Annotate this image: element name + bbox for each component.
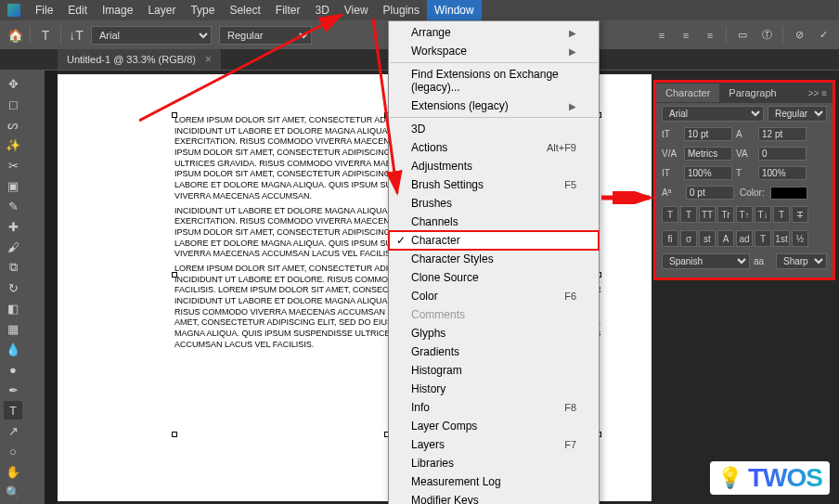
menu-item-character[interactable]: ✓Character — [389, 231, 599, 250]
menu-item-modifier-keys[interactable]: Modifier Keys — [389, 491, 599, 504]
commit-icon[interactable]: ✓ — [815, 27, 832, 44]
move-tool-icon[interactable]: ✥ — [4, 74, 22, 93]
antialias-select[interactable]: Sharp — [776, 253, 827, 269]
kerning-input[interactable] — [684, 147, 732, 161]
menu-item-history[interactable]: History — [389, 380, 599, 398]
watermark-text: TWOS — [748, 463, 822, 493]
style-button-3[interactable]: Tr — [717, 206, 734, 223]
cancel-icon[interactable]: ⊘ — [791, 27, 807, 44]
crop-tool-icon[interactable]: ✂ — [4, 156, 22, 174]
menu-item-adjustments[interactable]: Adjustments — [389, 157, 599, 175]
opentype-button-6[interactable]: 1st — [773, 230, 790, 247]
window-menu-dropdown: Arrange▶Workspace▶Find Extensions on Exc… — [388, 20, 600, 504]
transform-handle[interactable] — [172, 432, 177, 437]
language-select[interactable]: Spanish — [662, 253, 750, 269]
text-color-swatch[interactable] — [770, 187, 807, 200]
opentype-button-3[interactable]: A — [717, 230, 734, 247]
warp-text-icon[interactable]: Ⓣ — [758, 27, 775, 44]
font-family-select[interactable]: Arial — [662, 106, 764, 122]
menu-item-arrange[interactable]: Arrange▶ — [389, 23, 599, 42]
gradient-tool-icon[interactable]: ▦ — [4, 319, 22, 338]
zoom-tool-icon[interactable]: 🔍 — [4, 483, 22, 501]
path-tool-icon[interactable]: ↗ — [4, 421, 22, 440]
menu-item-libraries[interactable]: Libraries — [389, 454, 599, 472]
align-right-icon[interactable]: ≡ — [702, 27, 718, 44]
hscale-input[interactable] — [758, 166, 807, 180]
character-panel: Character Paragraph >> ≡ Arial Regular t… — [653, 80, 835, 280]
eraser-tool-icon[interactable]: ◧ — [4, 299, 22, 317]
brush-tool-icon[interactable]: 🖌 — [4, 238, 22, 256]
dodge-tool-icon[interactable]: ● — [4, 360, 22, 379]
menu-item-actions[interactable]: ActionsAlt+F9 — [389, 138, 599, 157]
vscale-input[interactable] — [684, 166, 732, 180]
menu-item-color[interactable]: ColorF6 — [389, 287, 599, 305]
style-button-4[interactable]: T↑ — [736, 206, 753, 223]
menu-item-find-extensions-on-exchange-legacy-[interactable]: Find Extensions on Exchange (legacy)... — [389, 65, 599, 97]
opentype-button-7[interactable]: ½ — [792, 230, 808, 247]
opentype-button-5[interactable]: T — [755, 230, 771, 247]
leading-input[interactable] — [758, 127, 807, 141]
tab-paragraph[interactable]: Paragraph — [719, 84, 785, 102]
menu-edit[interactable]: Edit — [60, 0, 95, 20]
menu-item-clone-source[interactable]: Clone Source — [389, 268, 599, 287]
font-size-input[interactable] — [684, 127, 732, 141]
style-button-1[interactable]: T — [680, 206, 697, 223]
text-panel-icon[interactable]: ▭ — [734, 27, 751, 44]
svg-line-1 — [373, 19, 397, 193]
tab-character[interactable]: Character — [656, 84, 719, 102]
style-button-7[interactable]: T̶ — [792, 206, 808, 223]
menu-item-extensions-legacy-[interactable]: Extensions (legacy)▶ — [389, 97, 599, 115]
opentype-button-0[interactable]: fi — [662, 230, 678, 247]
font-style-select[interactable]: Regular — [768, 106, 827, 122]
annotation-arrow — [369, 19, 407, 204]
type-tool-icon[interactable]: T — [4, 401, 22, 420]
text-tool-icon[interactable]: T — [38, 28, 53, 43]
menu-image[interactable]: Image — [95, 0, 140, 20]
menu-item-layers[interactable]: LayersF7 — [389, 435, 599, 454]
eyedropper-tool-icon[interactable]: ✎ — [4, 197, 22, 215]
align-left-icon[interactable]: ≡ — [653, 27, 670, 44]
style-button-5[interactable]: T↓ — [755, 206, 771, 223]
tools-panel: ✥ ◻ ᔕ ✨ ✂ ▣ ✎ ✚ 🖌 ⧉ ↻ ◧ ▦ 💧 ● ✒ T ↗ ○ ✋ … — [0, 71, 45, 504]
shape-tool-icon[interactable]: ○ — [4, 442, 22, 460]
menu-item-3d[interactable]: 3D — [389, 120, 599, 138]
baseline-input[interactable] — [686, 186, 734, 200]
style-button-6[interactable]: T — [773, 206, 790, 223]
wand-tool-icon[interactable]: ✨ — [4, 136, 22, 154]
lasso-tool-icon[interactable]: ᔕ — [4, 115, 22, 134]
panel-expand-icon[interactable]: >> ≡ — [803, 88, 833, 98]
menu-item-character-styles[interactable]: Character Styles — [389, 250, 599, 268]
home-icon[interactable]: 🏠 — [7, 28, 22, 43]
menu-item-layer-comps[interactable]: Layer Comps — [389, 417, 599, 435]
opentype-button-1[interactable]: σ — [680, 230, 697, 247]
stamp-tool-icon[interactable]: ⧉ — [4, 258, 22, 277]
annotation-arrow — [139, 9, 399, 130]
style-button-0[interactable]: T — [662, 206, 678, 223]
heal-tool-icon[interactable]: ✚ — [4, 217, 22, 236]
text-orientation-icon[interactable]: ↓T — [69, 28, 84, 43]
opentype-button-2[interactable]: st — [699, 230, 716, 247]
marquee-tool-icon[interactable]: ◻ — [4, 95, 22, 113]
menu-item-gradients[interactable]: Gradients — [389, 342, 599, 361]
menu-item-brush-settings[interactable]: Brush SettingsF5 — [389, 175, 599, 194]
menu-item-measurement-log[interactable]: Measurement Log — [389, 472, 599, 491]
transform-handle[interactable] — [172, 272, 177, 278]
style-button-2[interactable]: TT — [699, 206, 716, 223]
menu-item-workspace[interactable]: Workspace▶ — [389, 42, 599, 60]
menu-item-info[interactable]: InfoF8 — [389, 398, 599, 417]
frame-tool-icon[interactable]: ▣ — [4, 176, 22, 195]
history-brush-icon[interactable]: ↻ — [4, 278, 22, 297]
menu-item-brushes[interactable]: Brushes — [389, 194, 599, 213]
menu-file[interactable]: File — [28, 0, 60, 20]
blur-tool-icon[interactable]: 💧 — [4, 340, 22, 358]
pen-tool-icon[interactable]: ✒ — [4, 381, 22, 399]
align-center-icon[interactable]: ≡ — [678, 27, 694, 44]
opentype-button-4[interactable]: ad — [736, 230, 753, 247]
menu-item-comments: Comments — [389, 305, 599, 324]
tracking-input[interactable] — [758, 147, 807, 161]
menu-window[interactable]: Window — [427, 0, 482, 20]
hand-tool-icon[interactable]: ✋ — [4, 462, 22, 481]
menu-item-glyphs[interactable]: Glyphs — [389, 324, 599, 342]
menu-item-histogram[interactable]: Histogram — [389, 361, 599, 380]
menu-item-channels[interactable]: Channels — [389, 213, 599, 231]
